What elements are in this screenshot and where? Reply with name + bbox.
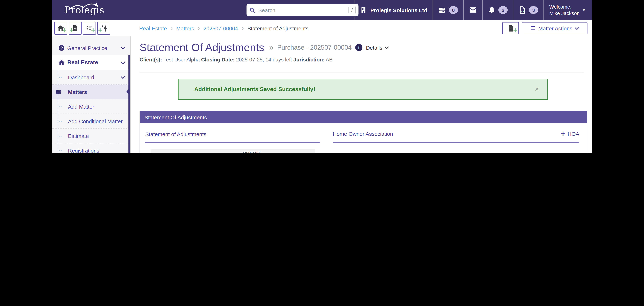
tasks-button[interactable]: 8 <box>433 0 464 20</box>
welcome-text: Welcome, <box>549 3 580 10</box>
statement-heading: Statement of Adjustments <box>145 131 320 137</box>
screen: Prolegis Search / <box>0 0 644 153</box>
matter-subtitle: Purchase - 202507-00004 <box>277 44 352 51</box>
sidebar-item-label: Registrations <box>68 147 99 153</box>
breadcrumb-separator: › <box>242 24 244 32</box>
breadcrumb-separator: › <box>170 24 173 32</box>
sidebar-item-estimate[interactable]: Estimate <box>52 129 130 143</box>
chevron-down-icon <box>120 59 125 64</box>
search-input[interactable]: Search <box>258 7 348 13</box>
notifications-button[interactable]: 2 <box>483 0 513 20</box>
documents-button[interactable]: PDF 3 <box>514 0 544 20</box>
statement-section: Statement of Adjustments <box>145 131 320 143</box>
sidebar-item-label: Add Matter <box>68 103 94 110</box>
empty-header-cell <box>150 149 211 153</box>
sidebar-item-label: General Practice <box>67 45 107 51</box>
sidebar-nav: General Practice Real Estate Dashboard <box>52 36 130 153</box>
breadcrumb-link-real-estate[interactable]: Real Estate <box>139 25 167 31</box>
matters-stack-icon <box>55 89 62 95</box>
breadcrumb-separator: › <box>198 24 200 32</box>
document-plus-icon <box>507 24 514 32</box>
pdf-file-icon: PDF <box>519 6 526 14</box>
header-right-cluster: Prolegis Solutions Ltd 8 <box>336 0 592 20</box>
company-selector[interactable]: Prolegis Solutions Ltd <box>355 0 432 20</box>
gauge-icon <box>58 44 67 51</box>
sidebar-item-label: Real Estate <box>67 59 98 66</box>
breadcrumb-link-matters[interactable]: Matters <box>176 25 194 31</box>
details-toggle[interactable]: Details <box>366 44 388 51</box>
sidebar-item-real-estate[interactable]: Real Estate <box>52 55 130 70</box>
plus-icon: + <box>561 130 565 137</box>
messages-button[interactable] <box>464 0 482 20</box>
logo-swoosh-icon <box>68 1 102 11</box>
tasks-icon <box>438 6 446 14</box>
meta-label: Closing Date: <box>201 57 234 62</box>
chevron-down-icon <box>384 44 389 49</box>
bell-icon <box>488 6 496 14</box>
breadcrumb: Real Estate › Matters › 202507-00004 › S… <box>139 20 308 36</box>
matter-actions-button[interactable]: ☰ Matter Actions <box>522 22 588 34</box>
sidebar-scrollbar[interactable] <box>128 55 130 153</box>
meta-value: AB <box>326 57 333 62</box>
sub-header-bar: + + + <box>52 20 592 37</box>
sidebar-item-dashboard[interactable]: Dashboard <box>52 70 130 85</box>
app-window: Prolegis Search / <box>52 0 592 153</box>
meta-label: Client(s): <box>140 57 162 62</box>
sidebar-item-add-conditional-matter[interactable]: Add Conditional Matter <box>52 114 130 129</box>
add-matter-quick-button[interactable]: + <box>54 22 67 35</box>
paintbrush-icon <box>341 6 349 14</box>
sidebar-item-label: Estimate <box>68 133 89 139</box>
sidebar-item-matters[interactable]: Matters <box>52 85 130 99</box>
meta-value: 2025-07-25, 14 days left <box>236 57 292 62</box>
document-check-plus-icon <box>72 25 79 32</box>
credit-vendor-header: CREDIT VENDOR <box>262 149 315 153</box>
statement-table: CREDIT PURCHASER CREDIT VENDOR PURCHASE … <box>150 149 315 153</box>
sidebar-item-registrations[interactable]: Registrations <box>52 143 130 153</box>
main-content: Statement Of Adjustments » Purchase - 20… <box>131 36 592 153</box>
add-hoa-label: HOA <box>568 131 579 137</box>
tasks-count-badge: 8 <box>449 6 458 14</box>
matter-actions-label: Matter Actions <box>538 25 572 31</box>
sidebar-item-label: Add Conditional Matter <box>68 118 122 124</box>
svg-text:PDF: PDF <box>521 10 525 13</box>
search-icon <box>249 7 256 13</box>
chevron-down-icon <box>120 74 125 79</box>
company-name: Prolegis Solutions Ltd <box>370 7 427 13</box>
credit-purchaser-header: CREDIT PURCHASER <box>211 149 262 153</box>
section-underline <box>333 142 579 143</box>
alert-close-icon[interactable]: × <box>535 85 539 93</box>
add-client-quick-button[interactable]: + <box>97 22 110 35</box>
subheader-divider <box>130 20 131 36</box>
matter-meta: Client(s): Test User Alpha Closing Date:… <box>140 57 332 62</box>
building-icon <box>360 6 368 13</box>
breadcrumb-link-matter-number[interactable]: 202507-00004 <box>204 25 238 31</box>
estimate-checklist-quick-button[interactable]: + <box>83 22 96 35</box>
meta-label: Jurisdiction: <box>294 57 324 62</box>
hamburger-icon: ☰ <box>531 25 536 31</box>
app-logo[interactable]: Prolegis <box>64 5 104 15</box>
user-menu[interactable]: Welcome, Mike Jackson ▼ <box>544 0 592 20</box>
theme-brush-button[interactable] <box>336 0 354 20</box>
section-underline <box>145 142 320 143</box>
success-alert: Additional Adjustments Saved Successfull… <box>178 79 548 100</box>
page-title: Statement Of Adjustments <box>140 41 264 54</box>
title-separator: » <box>269 43 274 52</box>
house-icon <box>58 59 67 66</box>
meta-value: Test User Alpha <box>163 57 200 62</box>
sidebar-item-general-practice[interactable]: General Practice <box>52 41 130 55</box>
success-alert-message: Additional Adjustments Saved Successfull… <box>194 86 315 93</box>
sidebar-item-add-matter[interactable]: Add Matter <box>52 99 130 114</box>
people-plus-icon <box>100 24 108 32</box>
statement-panel: Statement Of Adjustments Statement of Ad… <box>140 111 587 153</box>
caret-down-icon: ▼ <box>582 8 586 12</box>
add-conditional-matter-quick-button[interactable]: + <box>69 22 82 35</box>
info-icon[interactable]: i <box>355 44 362 51</box>
top-header-bar: Prolegis Search / <box>52 0 592 20</box>
envelope-icon <box>469 6 477 14</box>
generate-document-button[interactable]: + <box>502 22 519 34</box>
panel-header: Statement Of Adjustments <box>140 111 587 123</box>
hoa-heading: Home Owner Association <box>333 131 393 137</box>
sidebar-item-label: Matters <box>68 89 87 95</box>
table-header-row: CREDIT PURCHASER CREDIT VENDOR <box>150 149 315 153</box>
add-hoa-button[interactable]: + HOA <box>561 130 579 137</box>
